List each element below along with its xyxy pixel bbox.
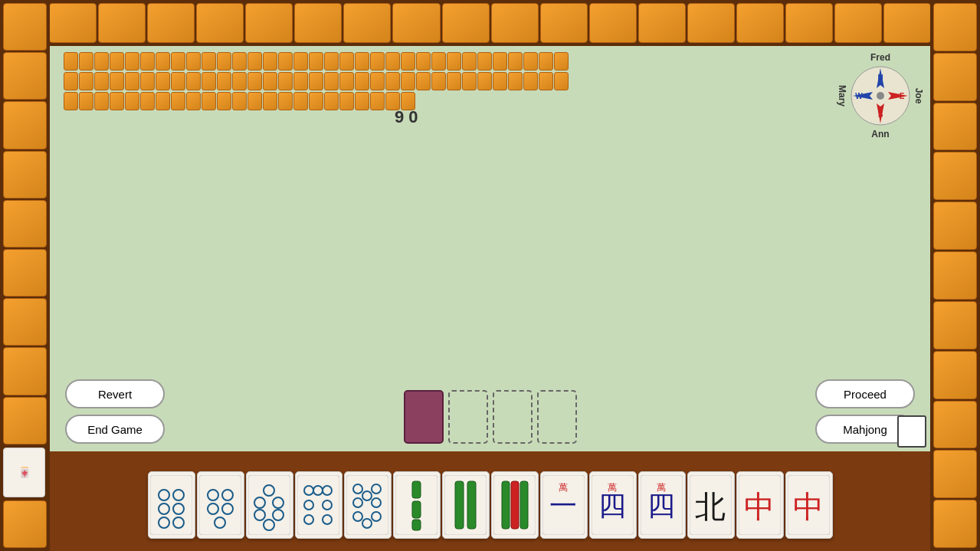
tile-row-2 [64, 72, 569, 90]
discard-slot-1[interactable] [448, 390, 488, 444]
drawn-tile[interactable] [404, 390, 444, 444]
discard-slot-3[interactable] [537, 390, 577, 444]
svg-text:萬: 萬 [559, 482, 568, 493]
svg-text:一: 一 [549, 490, 577, 521]
svg-rect-17 [199, 475, 241, 535]
svg-text:E: E [900, 92, 905, 100]
border-tile [540, 3, 588, 43]
svg-rect-53 [467, 481, 476, 529]
hand-tile-12[interactable]: 北 [687, 471, 735, 539]
svg-rect-49 [412, 501, 421, 518]
tile-row-1 [64, 52, 569, 71]
border-tile [343, 3, 391, 43]
border-tile [834, 3, 882, 43]
compass-west-label: Mary [837, 85, 847, 107]
hand-tile-13[interactable]: 中 [736, 471, 784, 539]
compass-east-label: Joe [913, 88, 924, 104]
hand-tile-5[interactable] [344, 471, 392, 539]
hand-tile-14[interactable]: 中 [785, 471, 833, 539]
border-tile [49, 3, 97, 43]
proceed-button[interactable]: Proceed [815, 379, 915, 408]
hand-tile-3[interactable] [246, 471, 293, 539]
hand-tile-1[interactable] [148, 471, 195, 539]
border-tile [638, 3, 686, 43]
svg-rect-10 [150, 475, 192, 535]
border-tile [883, 3, 931, 43]
revert-button[interactable]: Revert [65, 379, 165, 408]
hand-tile-6[interactable] [393, 471, 441, 539]
hand-tile-7[interactable] [442, 471, 490, 539]
svg-rect-38 [346, 475, 388, 535]
svg-rect-51 [444, 475, 487, 535]
discard-area [404, 390, 577, 444]
svg-text:N: N [877, 74, 883, 82]
svg-text:北: 北 [695, 490, 726, 524]
svg-text:萬: 萬 [657, 482, 666, 493]
svg-rect-56 [511, 481, 519, 529]
tile-count: 9 0 [395, 107, 418, 127]
indicator-tile [897, 415, 926, 448]
border-tile [687, 3, 735, 43]
player-hand: 一 萬 四 萬 四 萬 北 中 中 [50, 463, 930, 551]
hand-tile-9[interactable]: 一 萬 [540, 471, 588, 539]
corner-tile: 🀄 [3, 448, 45, 497]
svg-text:四: 四 [598, 490, 626, 521]
svg-point-5 [877, 92, 884, 100]
border-tile [785, 3, 833, 43]
tile-row-3 [64, 92, 569, 110]
border-tile [147, 3, 195, 43]
border-tile [245, 3, 293, 43]
compass: Fred Ann Mary Joe N S E W [838, 54, 923, 138]
border-tile [442, 3, 490, 43]
svg-rect-57 [520, 481, 528, 529]
svg-text:萬: 萬 [608, 482, 617, 493]
svg-text:中: 中 [793, 490, 824, 524]
hand-tile-4[interactable] [295, 471, 343, 539]
svg-text:中: 中 [744, 490, 775, 524]
border-tile [392, 3, 440, 43]
svg-rect-48 [412, 481, 421, 498]
compass-rose-icon: N S E W [850, 65, 911, 126]
left-border: 🀄 [0, 0, 50, 551]
border-tile [736, 3, 784, 43]
left-action-buttons: Revert End Game [65, 379, 165, 444]
border-tile [98, 3, 146, 43]
svg-text:W: W [855, 92, 863, 100]
tile-wall [57, 46, 575, 118]
border-tile [294, 3, 342, 43]
border-tile [491, 3, 539, 43]
discard-slot-2[interactable] [493, 390, 533, 444]
end-game-button[interactable]: End Game [65, 415, 165, 444]
border-tile [196, 3, 244, 43]
hand-tile-8[interactable] [491, 471, 539, 539]
svg-rect-52 [455, 481, 464, 529]
hand-tile-11[interactable]: 四 萬 [638, 471, 686, 539]
game-area: 9 0 Fred Ann Mary Joe N S E W [50, 46, 930, 451]
svg-rect-55 [502, 481, 510, 529]
svg-rect-50 [412, 520, 421, 530]
compass-north-label: Fred [870, 52, 890, 63]
top-border [46, 0, 934, 46]
hand-tile-2[interactable] [197, 471, 244, 539]
svg-text:S: S [878, 110, 883, 119]
compass-south-label: Ann [871, 129, 889, 139]
right-border [930, 0, 980, 551]
svg-text:四: 四 [647, 490, 675, 521]
border-tile [589, 3, 637, 43]
hand-tile-10[interactable]: 四 萬 [589, 471, 637, 539]
